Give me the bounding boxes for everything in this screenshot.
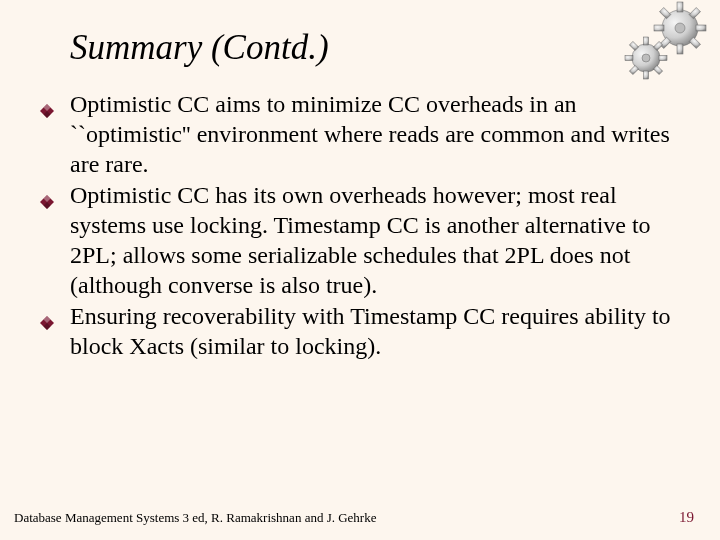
svg-rect-15 [659, 56, 667, 61]
bullet-text: Optimistic CC aims to minimize CC overhe… [70, 91, 670, 177]
slide-title: Summary (Contd.) [70, 28, 672, 68]
list-item: Optimistic CC aims to minimize CC overhe… [36, 90, 672, 179]
svg-rect-5 [696, 25, 706, 31]
list-item: Optimistic CC has its own overheads howe… [36, 181, 672, 300]
bullet-text: Ensuring recoverability with Timestamp C… [70, 303, 671, 359]
bullet-list: Optimistic CC aims to minimize CC overhe… [36, 90, 672, 362]
svg-rect-3 [677, 44, 683, 54]
list-item: Ensuring recoverability with Timestamp C… [36, 302, 672, 362]
svg-rect-14 [625, 56, 633, 61]
page-number: 19 [679, 509, 694, 526]
svg-point-1 [675, 23, 685, 33]
gears-decoration [610, 0, 720, 90]
svg-point-11 [642, 54, 650, 62]
bullet-icon [40, 187, 54, 201]
svg-rect-12 [644, 37, 649, 45]
bullet-icon [40, 96, 54, 110]
svg-rect-4 [654, 25, 664, 31]
svg-rect-13 [644, 71, 649, 79]
slide: Summary (Contd.) Optimistic CC aims to m… [0, 0, 720, 540]
footer-text: Database Management Systems 3 ed, R. Ram… [14, 510, 376, 526]
bullet-icon [40, 308, 54, 322]
bullet-text: Optimistic CC has its own overheads howe… [70, 182, 651, 297]
svg-rect-2 [677, 2, 683, 12]
